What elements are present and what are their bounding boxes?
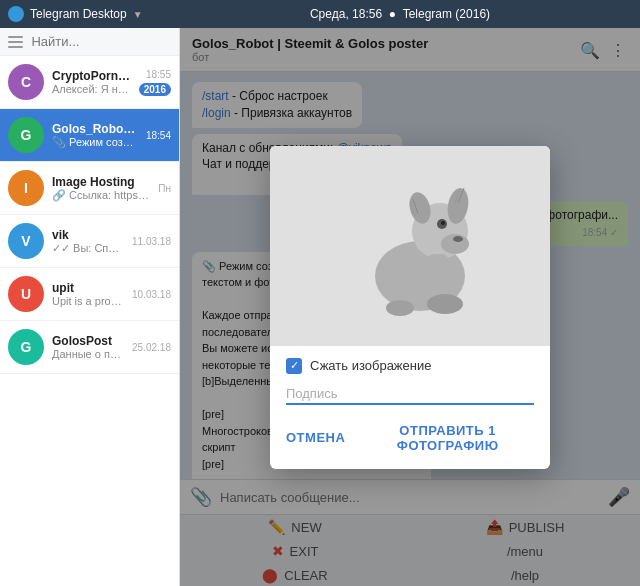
svg-point-9 [386,300,414,316]
send-photo-button[interactable]: ОТПРАВИТЬ 1 ФОТОГРАФИЮ [361,419,534,457]
chat-name: Golos_Robot | Steem... [52,122,138,136]
compress-label: Сжать изображение [310,358,431,373]
list-item[interactable]: G Golos_Robot | Steem... 📎 Режим создани… [0,109,179,162]
compress-checkbox[interactable] [286,358,302,374]
caption-input[interactable] [286,384,534,405]
chat-time: 18:55 [146,69,171,80]
titlebar-title: Telegram (2016) [403,7,490,21]
svg-rect-11 [428,254,448,272]
chat-preview: 🔗 Ссылка: https://img.tgla... [52,189,150,202]
avatar: C [8,64,44,100]
avatar: V [8,223,44,259]
chat-name: upit [52,281,124,295]
titlebar-time: Среда, 18:56 [310,7,382,21]
chat-name: CryptoPorn 🐋 Д... [52,69,131,83]
chat-preview: 📎 Режим создания пост... [52,136,138,149]
chat-preview: ✓✓ Вы: Спасибо [52,242,124,255]
list-item[interactable]: V vik ✓✓ Вы: Спасибо 11.03.18 [0,215,179,268]
search-bar[interactable] [0,28,179,56]
chat-time: 18:54 [146,130,171,141]
cancel-button[interactable]: ОТМЕНА [286,419,345,457]
svg-point-7 [441,221,445,225]
chat-list: C CryptoPorn 🐋 Д... Алексей: Я написал- … [0,56,179,586]
chat-name: GolosPost [52,334,124,348]
chat-time: 25.02.18 [132,342,171,353]
chat-time: Пн [158,183,171,194]
list-item[interactable]: C CryptoPorn 🐋 Д... Алексей: Я написал- … [0,56,179,109]
overlay: Сжать изображение ОТМЕНА ОТПРАВИТЬ 1 ФОТ… [180,28,640,586]
chat-preview: Алексей: Я написал- [52,83,131,95]
avatar: G [8,117,44,153]
dialog-actions: ОТМЕНА ОТПРАВИТЬ 1 ФОТОГРАФИЮ [286,419,534,457]
chat-name: vik [52,228,124,242]
list-item[interactable]: U upit Upit is a promotional servic... 1… [0,268,179,321]
titlebar: Telegram Desktop ▼ Среда, 18:56 ● Telegr… [0,0,640,28]
svg-point-8 [453,236,463,242]
chat-time: 10.03.18 [132,289,171,300]
list-item[interactable]: G GolosPost Данные о пользователе go... … [0,321,179,374]
photo-image [270,146,550,346]
photo-preview [270,146,550,346]
sidebar: C CryptoPorn 🐋 Д... Алексей: Я написал- … [0,28,180,586]
chat-preview: Данные о пользователе go... [52,348,124,360]
search-input[interactable] [31,34,171,49]
app-icon [8,6,24,22]
svg-point-10 [427,294,463,314]
main-panel: Golos_Robot | Steemit & Golos poster бот… [180,28,640,586]
chat-name: Image Hosting [52,175,150,189]
chat-time: 11.03.18 [132,236,171,247]
chat-preview: Upit is a promotional servic... [52,295,124,307]
avatar: U [8,276,44,312]
app-name: Telegram Desktop [30,7,127,21]
avatar: G [8,329,44,365]
avatar: I [8,170,44,206]
chat-badge: 2016 [139,83,171,96]
photo-dialog: Сжать изображение ОТМЕНА ОТПРАВИТЬ 1 ФОТ… [270,146,550,469]
list-item[interactable]: I Image Hosting 🔗 Ссылка: https://img.tg… [0,162,179,215]
compress-row: Сжать изображение [286,358,534,374]
titlebar-arrow: ▼ [133,9,143,20]
hamburger-icon[interactable] [8,36,23,48]
